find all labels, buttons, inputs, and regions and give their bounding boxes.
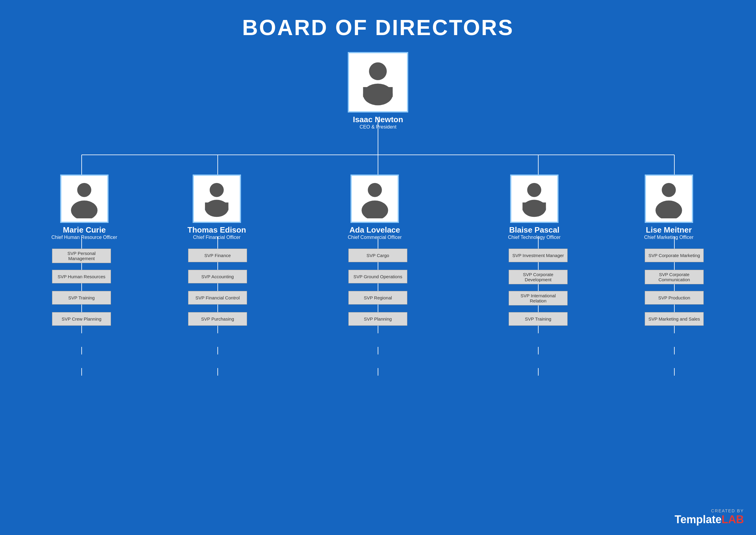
watermark-brand: TemplateLAB	[675, 513, 744, 526]
svp-2-1: SVP Ground Operations	[349, 270, 407, 283]
director-name-4: Lise Meitner	[646, 225, 692, 235]
director-title-1: Chief Financial Officer	[193, 235, 240, 240]
person-silhouette-male-3	[515, 179, 554, 218]
svp-0-1: SVP Human Resources	[52, 270, 111, 283]
ceo-title: CEO & President	[360, 124, 396, 130]
ceo-avatar	[348, 52, 408, 113]
watermark-lab-text: LAB	[721, 513, 744, 526]
director-title-2: Chief Commercial Officer	[348, 235, 402, 240]
svg-rect-44	[363, 87, 393, 97]
svp-2-2: SVP Regional	[349, 291, 407, 304]
director-name-3: Blaise Pascal	[509, 225, 559, 235]
svg-point-50	[368, 183, 382, 197]
director-avatar-3	[510, 175, 559, 223]
svg-point-55	[662, 183, 676, 197]
svp-3-3: SVP Training	[509, 312, 568, 326]
director-node-0: Marie Curie Chief Human Resource Officer	[51, 175, 117, 240]
svg-point-45	[77, 183, 92, 197]
director-name-0: Marie Curie	[63, 225, 106, 235]
svp-4-3: SVP Marketing and Sales	[645, 312, 704, 326]
svp-1-0: SVP Finance	[188, 249, 247, 262]
svp-3-1: SVP Corporate Development	[509, 270, 568, 284]
person-silhouette-male-1	[197, 179, 236, 218]
watermark: CREATED BY TemplateLAB	[675, 508, 744, 526]
svp-1-2: SVP Financial Control	[188, 291, 247, 304]
person-silhouette-female-0	[65, 179, 104, 218]
svg-point-42	[369, 63, 387, 80]
org-chart: Isaac Newton CEO & President Marie Curie…	[0, 49, 756, 533]
svg-rect-54	[522, 203, 546, 211]
ceo-name: Isaac Newton	[353, 115, 403, 124]
director-node-4: Lise Meitner Chief Marketing Officer	[644, 175, 693, 240]
svp-3-0: SVP Investment Manager	[509, 249, 568, 262]
director-node-1: Thomas Edison Chief Financial Officer	[187, 175, 246, 240]
svp-3-2: SVP International Relation	[509, 291, 568, 305]
svg-rect-49	[205, 203, 229, 211]
director-node-2: Ada Lovelace Chief Commercial Officer	[348, 175, 402, 240]
svp-0-3: SVP Crew Planning	[52, 312, 111, 326]
director-title-4: Chief Marketing Officer	[644, 235, 693, 240]
person-silhouette	[353, 57, 403, 107]
watermark-template-text: Template	[675, 513, 721, 526]
svp-0-2: SVP Training	[52, 291, 111, 304]
svg-point-47	[210, 183, 224, 197]
svp-4-2: SVP Production	[645, 291, 704, 304]
director-avatar-4	[645, 175, 693, 223]
director-name-1: Thomas Edison	[187, 225, 246, 235]
svp-0-0: SVP Personal Management	[52, 249, 111, 263]
person-silhouette-female-2	[355, 179, 394, 218]
director-node-3: Blaise Pascal Chief Technology Officer	[508, 175, 561, 240]
watermark-created-by: CREATED BY	[711, 508, 744, 513]
svp-2-0: SVP Cargo	[349, 249, 407, 262]
svp-4-0: SVP Corporate Marketing	[645, 249, 704, 262]
director-avatar-0	[60, 175, 109, 223]
svg-point-52	[527, 183, 542, 197]
director-title-0: Chief Human Resource Officer	[51, 235, 117, 240]
svp-4-1: SVP Corporate Communication	[645, 270, 704, 284]
director-avatar-2	[350, 175, 399, 223]
director-avatar-1	[193, 175, 241, 223]
ceo-node: Isaac Newton CEO & President	[348, 52, 408, 130]
director-title-3: Chief Technology Officer	[508, 235, 561, 240]
svp-1-3: SVP Purchasing	[188, 312, 247, 326]
person-silhouette-female-4	[649, 179, 688, 218]
page-title: BOARD OF DIRECTORS	[0, 0, 756, 49]
svp-2-3: SVP Planning	[349, 312, 407, 326]
director-name-2: Ada Lovelace	[349, 225, 400, 235]
svp-1-1: SVP Accounting	[188, 270, 247, 283]
